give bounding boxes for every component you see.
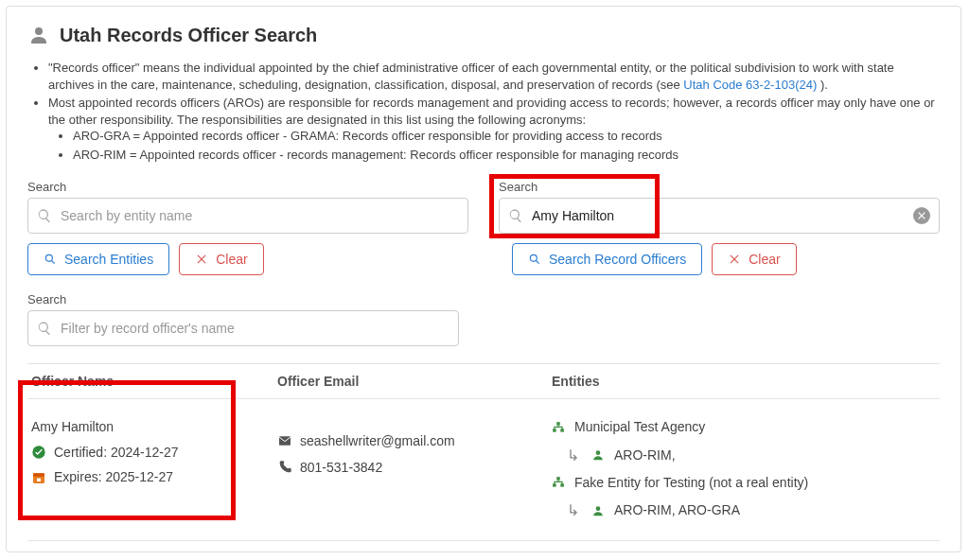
search-officers-button[interactable]: Search Record Officers <box>512 243 702 275</box>
search-icon <box>37 208 52 223</box>
header-entities: Entities <box>548 364 940 398</box>
clear-entities-button[interactable]: Clear <box>179 243 263 275</box>
officer-email: seashellwriter@gmail.com <box>300 428 455 454</box>
svg-rect-13 <box>33 473 44 476</box>
utah-code-link[interactable]: Utah Code 63-2-103(24) <box>683 78 817 92</box>
sub-arrow-icon: ↳ <box>567 496 582 525</box>
svg-rect-17 <box>553 429 556 432</box>
page-title-row: Utah Records Officer Search <box>27 24 940 46</box>
entity-search-block: Search Search Entities Clear <box>27 180 484 275</box>
header-officer-email: Officer Email <box>273 364 548 398</box>
email-icon <box>277 433 292 448</box>
certified-icon <box>31 445 46 460</box>
svg-line-8 <box>537 261 539 264</box>
officer-name: Amy Hamilton <box>31 414 270 440</box>
officer-search-input[interactable] <box>499 198 940 234</box>
expires-icon <box>31 470 46 485</box>
svg-rect-16 <box>556 422 560 426</box>
filter-input[interactable] <box>27 310 459 346</box>
svg-point-19 <box>596 451 601 456</box>
svg-rect-15 <box>279 437 291 446</box>
svg-rect-22 <box>560 484 564 488</box>
officer-phone: 801-531-3842 <box>300 454 382 481</box>
entity-roles: ARO-RIM, ARO-GRA <box>614 498 740 523</box>
certified-label: Certified: 2024-12-27 <box>54 440 179 465</box>
phone-icon <box>277 460 292 475</box>
table-row: Amy Hamilton Certified: 2024-12-27 Expir… <box>27 399 940 541</box>
org-icon <box>552 421 565 434</box>
entity-search-input[interactable] <box>27 198 468 234</box>
clear-entities-label: Clear <box>216 252 247 267</box>
person-icon <box>27 24 50 46</box>
records-officer-search-page: Utah Records Officer Search "Records off… <box>6 6 961 552</box>
filter-label: Search <box>27 292 459 306</box>
filter-block: Search <box>27 292 459 346</box>
svg-rect-21 <box>553 484 556 488</box>
entity-roles: ARO-RIM, <box>614 443 676 468</box>
page-title: Utah Records Officer Search <box>60 25 317 46</box>
role-person-icon <box>591 504 605 517</box>
search-entities-button[interactable]: Search Entities <box>27 243 169 275</box>
officer-search-block: Search Search Record Officers Clear <box>484 180 940 275</box>
svg-point-7 <box>530 255 537 262</box>
results-table-header: Officer Name Officer Email Entities <box>27 363 940 399</box>
search-icon <box>508 208 523 223</box>
svg-rect-20 <box>556 478 560 481</box>
entity-name: Municipal Test Agency <box>574 414 705 440</box>
svg-rect-18 <box>560 429 564 432</box>
svg-line-2 <box>52 261 55 264</box>
intro-sub1: ARO-GRA = Appointed records officer - GR… <box>73 128 940 145</box>
header-officer-name: Officer Name <box>27 364 273 398</box>
intro-text: "Records officer" means the individual a… <box>27 60 940 163</box>
intro-sub2: ARO-RIM = Appointed records officer - re… <box>73 147 940 164</box>
search-icon <box>37 321 52 336</box>
intro-para1-suffix: ). <box>820 78 828 92</box>
expires-label: Expires: 2025-12-27 <box>54 464 173 490</box>
entity-search-label: Search <box>27 180 468 194</box>
search-officers-label: Search Record Officers <box>549 252 686 267</box>
search-entities-label: Search Entities <box>64 252 153 267</box>
entity-name: Fake Entity for Testing (not a real enti… <box>574 470 808 496</box>
svg-rect-14 <box>37 478 41 481</box>
role-person-icon <box>591 448 605 462</box>
sub-arrow-icon: ↳ <box>567 441 582 470</box>
officer-search-label: Search <box>499 180 940 194</box>
svg-point-1 <box>45 255 52 262</box>
clear-officers-label: Clear <box>749 252 780 267</box>
org-icon <box>552 476 565 489</box>
intro-para2: Most appointed records officers (AROs) a… <box>48 96 935 127</box>
clear-officers-button[interactable]: Clear <box>712 243 796 275</box>
svg-point-23 <box>596 506 601 511</box>
svg-point-0 <box>35 27 43 35</box>
